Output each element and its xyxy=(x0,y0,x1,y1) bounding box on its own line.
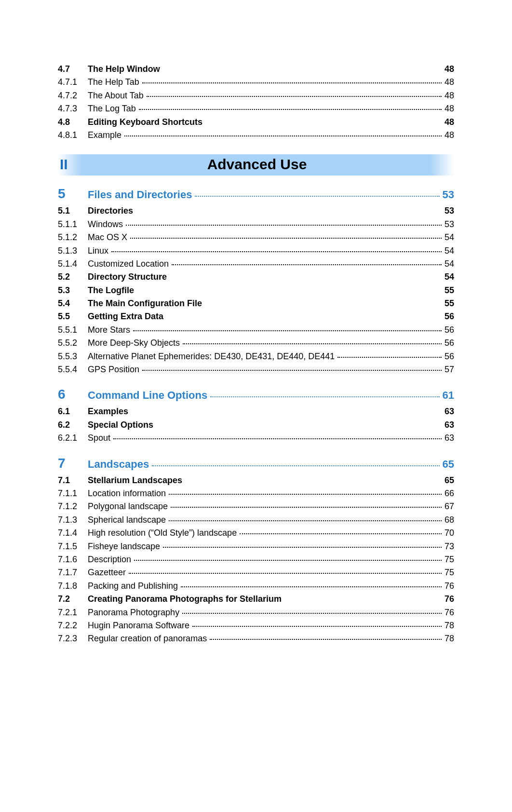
toc-entry[interactable]: 7.1.3Spherical landscape68 xyxy=(58,514,454,527)
toc-entry-page: 78 xyxy=(445,633,454,644)
toc-leader xyxy=(240,533,442,534)
toc-entry[interactable]: 7.1Stellarium Landscapes65 xyxy=(58,474,454,487)
toc-leader xyxy=(124,135,442,136)
toc-entry-number: 5.4 xyxy=(58,298,88,309)
toc-leader xyxy=(195,196,439,197)
toc-entry-page: 75 xyxy=(445,567,454,578)
toc-chapter-page: 61 xyxy=(443,389,454,402)
toc-entry[interactable]: 7.1.2Polygonal landscape67 xyxy=(58,500,454,513)
toc-entry-page: 48 xyxy=(445,117,454,128)
toc-entry-page: 48 xyxy=(445,130,454,141)
toc-entry-number: 5.5.2 xyxy=(58,338,88,349)
toc-entry-title: Directory Structure xyxy=(88,271,167,283)
toc-entry-page: 56 xyxy=(445,325,454,336)
toc-entry[interactable]: 7.1.5Fisheye landscape73 xyxy=(58,540,454,553)
toc-entry[interactable]: 5.1.4Customized Location54 xyxy=(58,257,454,271)
toc-entry[interactable]: 6.2.1Spout63 xyxy=(58,432,454,445)
toc-entry-number: 5.1.4 xyxy=(58,258,88,270)
toc-entry-title: Spout xyxy=(88,433,110,444)
toc-entry[interactable]: 7.2.3Regular creation of panoramas78 xyxy=(58,632,454,645)
toc-entry[interactable]: 4.7.3The Log Tab48 xyxy=(58,102,454,115)
toc-entry-title: Mac OS X xyxy=(88,232,127,243)
toc-entry-number: 5.5 xyxy=(58,311,88,322)
toc-entry[interactable]: 5.5Getting Extra Data56 xyxy=(58,310,454,323)
toc-entry-page: 56 xyxy=(445,311,454,322)
toc-entry-page: 75 xyxy=(445,554,454,565)
toc-entry-number: 7.2.1 xyxy=(58,607,88,618)
toc-entry-number: 4.7.2 xyxy=(58,90,88,101)
toc-entry-title: The Log Tab xyxy=(88,103,136,114)
toc-chapter[interactable]: 7Landscapes65 xyxy=(58,456,454,471)
toc-entry-page: 68 xyxy=(445,514,454,526)
toc-entry[interactable]: 5.3The Logfile55 xyxy=(58,284,454,297)
toc-leader xyxy=(192,626,442,627)
toc-entry[interactable]: 4.7.2The About Tab48 xyxy=(58,89,454,102)
toc-chapter-number: 6 xyxy=(58,387,88,402)
toc-entry-number: 7.1 xyxy=(58,475,88,486)
toc-entry-title: Fisheye landscape xyxy=(88,541,160,552)
toc-entry-number: 5.5.4 xyxy=(58,364,88,375)
toc-chapter-number: 5 xyxy=(58,186,88,202)
toc-entry[interactable]: 5.1Directories53 xyxy=(58,204,454,217)
toc-entry[interactable]: 4.7.1The Help Tab48 xyxy=(58,76,454,89)
toc-entry[interactable]: 5.5.1More Stars56 xyxy=(58,324,454,337)
toc-entry[interactable]: 5.5.3Alternative Planet Ephemerides: DE4… xyxy=(58,350,454,363)
toc-entry-title: Spherical landscape xyxy=(88,514,166,526)
toc-entry-page: 53 xyxy=(445,205,454,217)
toc-leader xyxy=(126,225,442,226)
toc-entry[interactable]: 4.8Editing Keyboard Shortcuts48 xyxy=(58,116,454,129)
toc-leader xyxy=(172,264,442,265)
toc-entry[interactable]: 7.2Creating Panorama Photographs for Ste… xyxy=(58,593,454,606)
toc-entry-number: 7.2.2 xyxy=(58,620,88,631)
toc-entry-page: 57 xyxy=(445,364,454,375)
toc-entry-number: 7.1.8 xyxy=(58,581,88,592)
toc-entry-number: 5.5.3 xyxy=(58,351,88,362)
toc-entry-number: 4.7.3 xyxy=(58,103,88,114)
toc-entry[interactable]: 7.1.1Location information66 xyxy=(58,487,454,500)
toc-chapter-page: 53 xyxy=(443,189,454,201)
toc-entry[interactable]: 7.1.6Description75 xyxy=(58,553,454,566)
toc-entry-title: High resolution (“Old Style”) landscape xyxy=(88,528,237,539)
toc-entry[interactable]: 7.1.7Gazetteer75 xyxy=(58,566,454,579)
toc-entry[interactable]: 5.5.2More Deep-Sky Objects56 xyxy=(58,337,454,350)
toc-entry[interactable]: 7.2.2Hugin Panorama Software78 xyxy=(58,619,454,632)
toc-entry[interactable]: 4.7The Help Window48 xyxy=(58,63,454,76)
toc-entry-page: 55 xyxy=(445,285,454,296)
toc-leader xyxy=(337,357,442,358)
toc-entry[interactable]: 5.2Directory Structure54 xyxy=(58,271,454,284)
toc-entry-title: Linux xyxy=(88,245,108,257)
toc-entry-title: Stellarium Landscapes xyxy=(88,475,182,486)
toc-leader xyxy=(210,639,442,640)
toc-leader xyxy=(129,573,442,574)
toc-leader xyxy=(183,343,442,344)
toc-leader xyxy=(169,494,442,495)
toc-entry[interactable]: 5.1.3Linux54 xyxy=(58,244,454,257)
toc-entry[interactable]: 7.2.1Panorama Photography76 xyxy=(58,606,454,619)
toc-entry[interactable]: 7.1.8Packing and Publishing76 xyxy=(58,580,454,593)
toc-entry-page: 65 xyxy=(445,475,454,486)
toc-entry-page: 70 xyxy=(445,528,454,539)
toc-entry[interactable]: 6.2Special Options63 xyxy=(58,419,454,432)
toc-entry[interactable]: 5.4The Main Configuration File55 xyxy=(58,297,454,310)
toc-entry-page: 54 xyxy=(445,245,454,257)
toc-entry-title: Windows xyxy=(88,219,123,230)
toc-entry-number: 7.2 xyxy=(58,594,88,605)
toc-entry[interactable]: 5.1.1Windows53 xyxy=(58,218,454,231)
toc-entry-title: More Stars xyxy=(88,325,130,336)
toc-entry-title: Getting Extra Data xyxy=(88,311,163,322)
toc-entry[interactable]: 4.8.1Example48 xyxy=(58,129,454,142)
toc-entry-title: Polygonal landscape xyxy=(88,501,168,512)
toc-entry[interactable]: 7.1.4High resolution (“Old Style”) lands… xyxy=(58,527,454,540)
toc-entry-number: 4.7.1 xyxy=(58,77,88,88)
toc-chapter-title: Landscapes xyxy=(88,458,149,471)
toc-entry[interactable]: 5.5.4GPS Position57 xyxy=(58,363,454,376)
toc-entry-page: 53 xyxy=(445,219,454,230)
toc-entry[interactable]: 6.1Examples63 xyxy=(58,405,454,418)
toc-chapter[interactable]: 6Command Line Options61 xyxy=(58,387,454,402)
toc-chapter[interactable]: 5Files and Directories53 xyxy=(58,186,454,202)
toc-entry-title: Gazetteer xyxy=(88,567,126,578)
toc-chapters: 5Files and Directories535.1Directories53… xyxy=(58,186,454,645)
toc-entry-page: 54 xyxy=(445,258,454,270)
toc-entry-page: 66 xyxy=(445,488,454,499)
toc-entry[interactable]: 5.1.2Mac OS X54 xyxy=(58,231,454,244)
